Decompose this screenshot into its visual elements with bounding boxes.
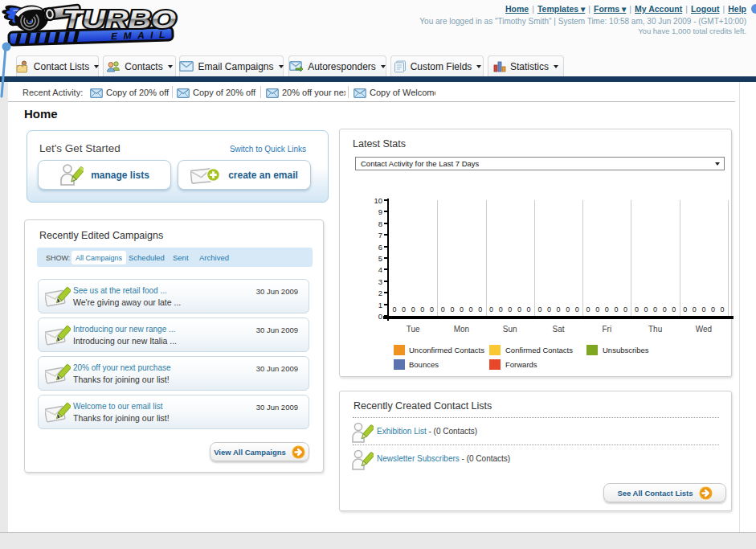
svg-text:TURBO: TURBO bbox=[63, 6, 176, 34]
